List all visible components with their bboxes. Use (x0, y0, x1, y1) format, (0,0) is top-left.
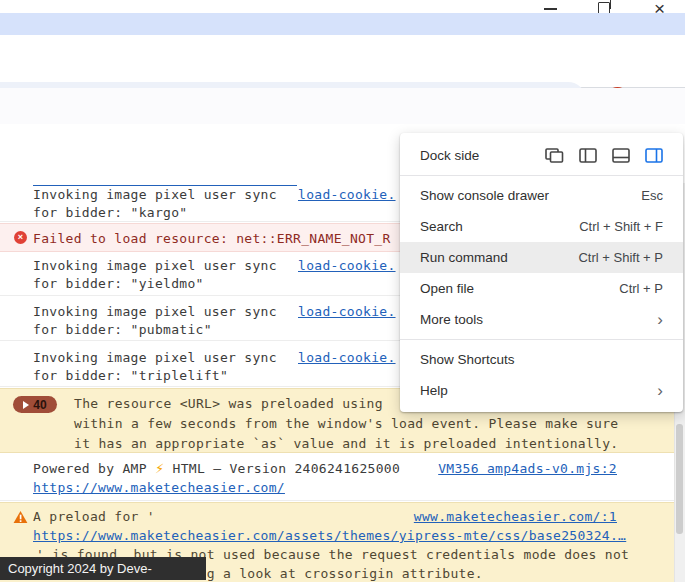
log-text: Invoking image pixel user sync (33, 258, 277, 273)
warning-triangle-icon (13, 510, 28, 528)
minimize-icon[interactable] (544, 8, 557, 10)
dock-left-icon[interactable] (579, 148, 597, 163)
expand-triangle-icon (23, 401, 29, 409)
window-titlebar: × (0, 0, 685, 14)
log-text: for bidder: "triplelift" (33, 368, 228, 383)
menu-item-label: Show Shortcuts (420, 352, 515, 367)
scrollbar-thumb[interactable] (676, 424, 683, 534)
devtools-tabbar: Elements Console » × 18 1711 × 1 Main ⚙ … (0, 88, 685, 125)
warning-text: The resource <URL> was preloaded using (74, 396, 383, 411)
menu-shortcut: Ctrl + P (619, 281, 663, 296)
browser-toolbar: ☆ S (0, 35, 685, 88)
source-link[interactable]: www.maketecheasier.com/:1 (414, 509, 617, 524)
menu-item-label: Help (420, 383, 448, 398)
submenu-chevron-icon: › (657, 382, 663, 399)
repeat-count-badge[interactable]: 40 (13, 396, 57, 413)
source-link[interactable]: load-cookie. (298, 187, 396, 202)
warning-text: within a few seconds from the window's l… (74, 416, 619, 431)
menu-item-label: Show console drawer (420, 188, 549, 203)
warning-text: it has an appropriate `as` value and it … (74, 436, 619, 451)
menu-item-dock-side[interactable]: Dock side (400, 139, 683, 171)
log-text: Invoking image pixel user sync (33, 304, 277, 319)
log-text: for bidder: "yieldmo" (33, 276, 204, 291)
amp-bolt-icon: ⚡ (155, 461, 164, 476)
menu-separator (400, 339, 683, 340)
menu-item-help[interactable]: Help › (400, 375, 683, 406)
log-text: Invoking image pixel user sync (33, 187, 277, 202)
dock-right-icon[interactable] (645, 148, 663, 163)
menu-item-show-console-drawer[interactable]: Show console drawer Esc (400, 180, 683, 211)
menu-item-label: Search (420, 219, 463, 234)
menu-item-label: More tools (420, 312, 483, 327)
console-row: Powered by AMP ⚡ HTML – Version 24062416… (0, 454, 674, 501)
source-link[interactable]: VM356 amp4ads-v0.mjs:2 (438, 461, 617, 476)
log-text: for bidder: "pubmatic" (33, 322, 212, 337)
repeat-count: 40 (33, 398, 46, 412)
warning-text: A preload for ' (33, 509, 155, 524)
error-text: Failed to load resource: net::ERR_NAME_N… (33, 231, 391, 246)
menu-item-show-shortcuts[interactable]: Show Shortcuts (400, 344, 683, 375)
menu-item-label: Open file (420, 281, 474, 296)
log-text: Invoking image pixel user sync (33, 350, 277, 365)
undock-icon[interactable] (544, 148, 564, 163)
menu-item-run-command[interactable]: Run command Ctrl + Shift + P (400, 242, 683, 273)
source-link[interactable]: load-cookie. (298, 350, 396, 365)
menu-shortcut: Ctrl + Shift + P (578, 250, 663, 265)
error-circle-icon: × (14, 231, 27, 244)
menu-item-open-file[interactable]: Open file Ctrl + P (400, 273, 683, 304)
menu-item-label: Run command (420, 250, 508, 265)
devtools-menu: Dock side Show console drawer Esc Search… (400, 133, 683, 412)
log-text: for bidder: "kargo" (33, 205, 187, 220)
url-link[interactable]: https://www.maketecheasier.com/ (33, 480, 285, 495)
dock-bottom-icon[interactable] (612, 148, 630, 163)
menu-item-label: Dock side (420, 148, 479, 163)
log-text: Powered by AMP ⚡ HTML – Version 24062416… (33, 461, 400, 476)
menu-shortcut: Esc (641, 188, 663, 203)
copyright-overlay: Copyright 2024 by Deve-point.com (0, 557, 206, 580)
source-link[interactable]: load-cookie. (298, 304, 396, 319)
url-link[interactable]: https://www.maketecheasier.com/assets/th… (33, 528, 626, 543)
submenu-chevron-icon: › (657, 311, 663, 328)
menu-item-more-tools[interactable]: More tools › (400, 304, 683, 335)
menu-shortcut: Ctrl + Shift + F (579, 219, 663, 234)
menu-separator (400, 175, 683, 176)
browser-tabstrip (0, 13, 685, 35)
source-link[interactable]: load-cookie. (298, 258, 396, 273)
menu-item-search[interactable]: Search Ctrl + Shift + F (400, 211, 683, 242)
